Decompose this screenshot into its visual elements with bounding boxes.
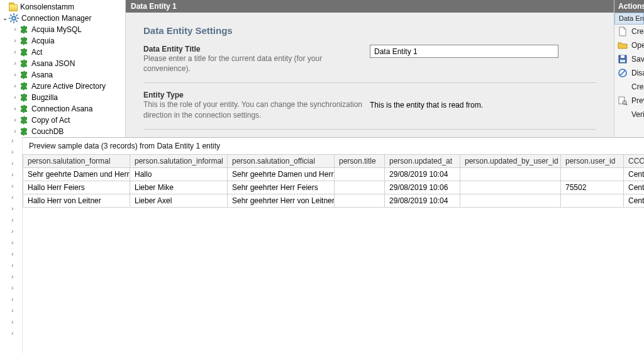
chevron-right-icon[interactable]: › bbox=[11, 128, 19, 135]
svg-line-17 bbox=[626, 104, 627, 105]
puzzle-icon bbox=[19, 59, 29, 69]
chevron-right-icon[interactable]: › bbox=[0, 137, 22, 148]
chevron-right-icon[interactable]: › bbox=[0, 228, 22, 239]
setting-type-desc: This is the role of your entity. You can… bbox=[143, 99, 364, 120]
column-header[interactable]: person.salutation_informal bbox=[130, 155, 228, 168]
action-open[interactable]: Open bbox=[614, 38, 644, 52]
column-header[interactable]: person.salutation_formal bbox=[23, 155, 130, 168]
tree-item[interactable]: ›Bugzilla bbox=[0, 92, 125, 103]
table-row[interactable]: Sehr geehrte Damen und HerrenHalloSehr g… bbox=[23, 168, 645, 181]
chevron-right-icon[interactable]: › bbox=[11, 117, 19, 123]
table-cell: 29/08/2019 10:04 bbox=[385, 168, 460, 181]
tree-item[interactable]: ›Connection Asana bbox=[0, 103, 125, 115]
tree-item[interactable]: ›Asana bbox=[0, 69, 125, 81]
svg-rect-15 bbox=[619, 97, 625, 104]
svg-rect-12 bbox=[620, 60, 625, 62]
tree-root-label: Konsolenstamm bbox=[19, 3, 74, 11]
column-header[interactable]: CCConnection bbox=[624, 155, 645, 168]
tree-item-label: Copy of Act bbox=[31, 116, 70, 125]
chevron-right-icon[interactable]: › bbox=[11, 49, 19, 55]
chevron-down-icon[interactable]: ⌄ bbox=[1, 15, 9, 21]
action-label: Verify bbox=[631, 110, 644, 119]
tree-item[interactable]: ›Copy of Act bbox=[0, 115, 125, 126]
actions-header: Actions bbox=[614, 0, 644, 13]
chevron-right-icon[interactable]: › bbox=[11, 60, 19, 67]
table-row[interactable]: Hallo Herr von LeitnerLieber AxelSehr ge… bbox=[23, 194, 645, 208]
chevron-right-icon[interactable]: › bbox=[0, 205, 22, 216]
puzzle-icon bbox=[19, 104, 29, 114]
action-save[interactable]: Save bbox=[614, 52, 644, 66]
tree-item-label: Azure Active Directory bbox=[31, 82, 106, 91]
chevron-right-icon[interactable]: › bbox=[0, 330, 22, 341]
column-header[interactable]: person.updated_by_user_id bbox=[460, 155, 561, 168]
action-preview[interactable]: Preview bbox=[614, 94, 644, 108]
chevron-right-icon[interactable]: › bbox=[0, 239, 22, 250]
tree-connection-manager[interactable]: ⌄ Connection Manager bbox=[0, 13, 125, 24]
chevron-right-icon[interactable]: › bbox=[0, 171, 22, 182]
chevron-right-icon[interactable]: › bbox=[0, 296, 22, 307]
entity-title-input[interactable] bbox=[370, 45, 558, 58]
table-cell: Sehr geehrter Herr von Leitner bbox=[228, 194, 335, 208]
tree-item-label: Asana JSON bbox=[31, 59, 75, 68]
chevron-right-icon[interactable]: › bbox=[11, 72, 19, 78]
tree-item[interactable]: ›Asana JSON bbox=[0, 58, 125, 69]
table-cell: 29/08/2019 10:04 bbox=[385, 194, 460, 208]
setting-type-label: Entity Type bbox=[143, 91, 364, 99]
chevron-right-icon[interactable]: › bbox=[11, 83, 19, 89]
puzzle-icon bbox=[19, 126, 29, 137]
action-label: Disable bbox=[631, 69, 644, 77]
setting-title-label: Data Entity Title bbox=[143, 45, 364, 53]
column-header[interactable]: person.user_id bbox=[561, 155, 624, 168]
column-header[interactable]: person.title bbox=[335, 155, 385, 168]
tree-item[interactable]: ›Acquia MySQL bbox=[0, 24, 125, 35]
actions-subheader[interactable]: Data Entity 1 bbox=[614, 13, 644, 25]
tree-item[interactable]: ›CouchDB bbox=[0, 126, 125, 137]
action-label: Preview bbox=[631, 96, 644, 105]
puzzle-icon bbox=[19, 36, 29, 46]
tree-item-label: Act bbox=[31, 48, 42, 57]
table-cell: Hallo bbox=[130, 168, 228, 181]
chevron-right-icon[interactable]: › bbox=[11, 106, 19, 112]
action-create[interactable]: Create bbox=[614, 25, 644, 38]
table-cell bbox=[460, 181, 561, 194]
tree-item-label: Bugzilla bbox=[31, 93, 58, 102]
action-verify[interactable]: Verify bbox=[614, 108, 644, 121]
puzzle-icon bbox=[19, 115, 29, 125]
chevron-right-icon[interactable]: › bbox=[11, 38, 19, 44]
chevron-right-icon[interactable]: › bbox=[0, 160, 22, 171]
setting-type-row: Entity Type This is the role of your ent… bbox=[143, 91, 596, 120]
setting-title-row: Data Entity Title Please enter a title f… bbox=[143, 45, 596, 74]
chevron-right-icon[interactable]: › bbox=[0, 182, 22, 194]
table-cell: Lieber Mike bbox=[130, 181, 228, 194]
table-row[interactable]: Hallo Herr FeiersLieber MikeSehr geehrte… bbox=[23, 181, 645, 194]
tree-root[interactable]: Konsolenstamm bbox=[0, 1, 125, 13]
puzzle-icon bbox=[19, 81, 29, 91]
action-label: Open bbox=[631, 41, 644, 50]
tree-item-label: Acquia bbox=[31, 36, 55, 45]
chevron-right-icon[interactable]: › bbox=[0, 284, 22, 296]
puzzle-icon bbox=[19, 47, 29, 57]
tree-item[interactable]: ›Azure Active Directory bbox=[0, 81, 125, 92]
table-cell: Sehr geehrter Herr Feiers bbox=[228, 181, 335, 194]
divider bbox=[143, 82, 596, 83]
chevron-right-icon[interactable]: › bbox=[0, 194, 22, 205]
chevron-right-icon[interactable]: › bbox=[0, 307, 22, 318]
chevron-right-icon[interactable]: › bbox=[0, 273, 22, 284]
chevron-right-icon[interactable]: › bbox=[0, 318, 22, 330]
column-header[interactable]: person.updated_at bbox=[385, 155, 460, 168]
action-disable[interactable]: Disable bbox=[614, 66, 644, 80]
tree-item-label: Connection Asana bbox=[31, 104, 92, 113]
column-header[interactable]: person.salutation_official bbox=[228, 155, 335, 168]
chevron-right-icon[interactable]: › bbox=[11, 26, 19, 33]
table-cell: Lieber Axel bbox=[130, 194, 228, 208]
tree-item-label: Acquia MySQL bbox=[31, 25, 82, 34]
tree-item[interactable]: ›Acquia bbox=[0, 35, 125, 47]
chevron-right-icon[interactable]: › bbox=[0, 262, 22, 273]
tree-item[interactable]: ›Act bbox=[0, 47, 125, 58]
action-label: Save bbox=[631, 55, 644, 64]
chevron-right-icon[interactable]: › bbox=[0, 250, 22, 262]
chevron-right-icon[interactable]: › bbox=[0, 216, 22, 228]
action-create[interactable]: Create bbox=[614, 80, 644, 94]
chevron-right-icon[interactable]: › bbox=[0, 148, 22, 160]
chevron-right-icon[interactable]: › bbox=[11, 94, 19, 101]
